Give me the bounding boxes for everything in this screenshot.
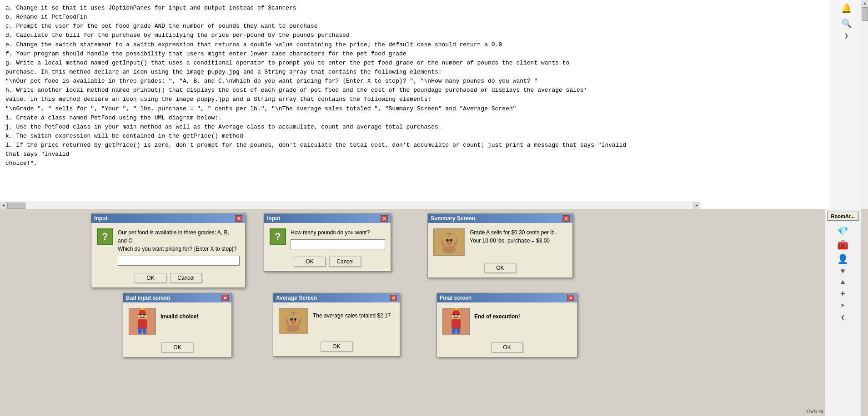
input-dialog-1-titlebar: Input ✕ [91, 214, 245, 223]
text-line-l2: that says "Invalid [5, 150, 694, 159]
input-dialog-1-ok[interactable]: OK [135, 273, 166, 283]
svg-point-23 [294, 318, 296, 321]
hscroll-left-arrow[interactable]: ◄ [0, 202, 7, 209]
jester-svg-2 [443, 308, 469, 335]
dog-svg [434, 229, 465, 255]
summary-dialog-title: Summary Screen [431, 215, 562, 222]
svg-point-16 [143, 314, 145, 316]
text-line-f: f. Your program should handle the possib… [5, 50, 694, 59]
question-icon-1: ? [97, 228, 113, 245]
scroll-thumb[interactable] [862, 7, 868, 21]
final-dialog: Final screen ✕ End of execution! [437, 293, 577, 357]
svg-rect-29 [452, 319, 461, 329]
text-line-l: l. If the price returned by getPrice() i… [5, 141, 694, 150]
text-line-d: d. Calculate the bill for the purchase b… [5, 31, 694, 40]
bad-input-text: Invalid choice! [161, 312, 226, 321]
input-dialog-2-field[interactable] [291, 239, 385, 249]
text-line-h3: "\nGrade ", " sells for ", "Your ", " lb… [5, 104, 694, 114]
text-line-a: a. Change it so that it uses JOptionPane… [5, 4, 694, 13]
up-arrow-icon[interactable]: ▲ [841, 278, 845, 287]
average-text: The average sales totaled $2.17 [313, 312, 394, 320]
svg-rect-12 [138, 319, 147, 329]
svg-point-22 [290, 318, 293, 321]
input-dialog-1-cancel[interactable]: Cancel [170, 273, 202, 283]
final-buttons: OK [437, 341, 577, 357]
summary-dialog-titlebar: Summary Screen ✕ [428, 214, 572, 223]
text-line-h2: value. In this method declare an icon us… [5, 95, 694, 104]
red-briefcase-icon[interactable]: 🧰 [837, 239, 848, 251]
summary-dialog-body: Grade A sells for $0.30 cents per lb. Yo… [428, 223, 572, 261]
final-title: Final screen [440, 295, 567, 301]
input-dialog-1-title: Input [94, 215, 235, 222]
plus-icon[interactable]: + [840, 289, 845, 298]
input-dialog-2-titlebar: Input ✕ [264, 214, 391, 223]
final-text: End of execution! [474, 312, 572, 321]
purple-user-icon[interactable]: 👤 [837, 253, 848, 265]
hscroll-right-arrow[interactable]: ► [693, 202, 700, 209]
final-jester-image [442, 308, 470, 335]
bottom-scrollbar[interactable]: ◄ ► [0, 202, 700, 209]
text-line-g: g. Write a local method named getInput()… [5, 59, 694, 68]
text-line-c: c. Prompt the user for the pet food grad… [5, 22, 694, 31]
text-line-k: k. The switch expression will be contain… [5, 132, 694, 141]
hscroll-thumb[interactable] [7, 203, 25, 209]
input-dialog-1-buttons: OK Cancel [91, 271, 245, 287]
average-dialog: Average Screen ✕ The average sales total… [273, 293, 400, 357]
text-line-g3: "\nOur pet food is available in three gr… [5, 77, 694, 86]
dog-svg-2 [279, 308, 308, 334]
bad-input-ok[interactable]: OK [161, 342, 193, 352]
notification-icon[interactable]: 🔔 [841, 3, 852, 14]
svg-rect-30 [452, 328, 456, 334]
average-ok[interactable]: OK [321, 342, 352, 352]
svg-point-6 [450, 239, 452, 242]
final-titlebar: Final screen ✕ [437, 293, 577, 302]
final-close[interactable]: ✕ [567, 295, 574, 301]
bad-input-dialog: Bad input screen ✕ [123, 293, 232, 357]
input-dialog-2-buttons: OK Cancel [264, 255, 391, 271]
svg-point-24 [291, 321, 296, 324]
svg-rect-13 [138, 328, 142, 334]
jester-svg [129, 308, 156, 335]
summary-dialog-close[interactable]: ✕ [562, 215, 570, 222]
main-text-area: a. Change it so that it uses JOptionPane… [0, 0, 700, 209]
down-arrow-icon[interactable]: ▼ [841, 267, 845, 276]
scroll-up-arrow[interactable]: ▲ [861, 0, 868, 7]
search-icon[interactable]: 🔍 [842, 19, 852, 29]
bad-input-title: Bad input screen [126, 295, 221, 301]
bad-input-close[interactable]: ✕ [221, 295, 229, 301]
average-title: Average Screen [276, 295, 390, 301]
summary-dog-image [433, 228, 465, 256]
text-line-j: j. Use the PetFood class in your main me… [5, 123, 694, 132]
input-dialog-1-text: Our pet food is available in three grade… [118, 228, 240, 253]
summary-dialog-buttons: OK [428, 261, 572, 277]
final-ok[interactable]: OK [491, 342, 523, 352]
summary-dialog-text1: Grade A sells for $0.30 cents per lb. [470, 228, 567, 237]
bad-input-buttons: OK [123, 341, 231, 357]
chevron-right-icon[interactable]: ❯ [844, 31, 849, 40]
input-dialog-1-field[interactable] [118, 256, 240, 266]
svg-rect-31 [457, 328, 460, 334]
right-sidebar-top: 🔔 🔍 ❯ [832, 0, 861, 209]
blue-diamond-icon[interactable]: 💎 [837, 225, 848, 237]
average-titlebar: Average Screen ✕ [273, 293, 400, 302]
average-close[interactable]: ✕ [390, 295, 397, 301]
summary-dialog-ok[interactable]: OK [484, 263, 516, 273]
final-body: End of execution! [437, 302, 577, 341]
input-dialog-1: Input ✕ ? Our pet food is available in t… [91, 213, 246, 288]
input-dialog-2-cancel[interactable]: Cancel [329, 257, 361, 267]
average-body: The average sales totaled $2.17 [273, 302, 400, 340]
summary-dialog: Summary Screen ✕ G [427, 213, 573, 278]
text-line-b: b. Rename it PetFoodFin [5, 13, 694, 22]
input-dialog-1-close[interactable]: ✕ [235, 215, 242, 222]
input-dialog-2: Input ✕ ? How many pounds do you want? O… [264, 213, 391, 272]
svg-point-25 [287, 325, 299, 332]
right-arrow-icon[interactable]: ➤ [841, 301, 845, 310]
average-buttons: OK [273, 340, 400, 356]
chevron-left-icon[interactable]: ❮ [841, 313, 845, 322]
input-dialog-2-ok[interactable]: OK [294, 257, 326, 267]
right-panel: RoomAr... 💎 🧰 👤 ▼ ▲ + ➤ ❮ [824, 209, 861, 416]
input-dialog-2-body: ? How many pounds do you want? [264, 223, 391, 255]
roomar-button[interactable]: RoomAr... [827, 212, 859, 221]
input-dialog-2-close[interactable]: ✕ [381, 215, 388, 222]
svg-point-8 [443, 246, 456, 253]
